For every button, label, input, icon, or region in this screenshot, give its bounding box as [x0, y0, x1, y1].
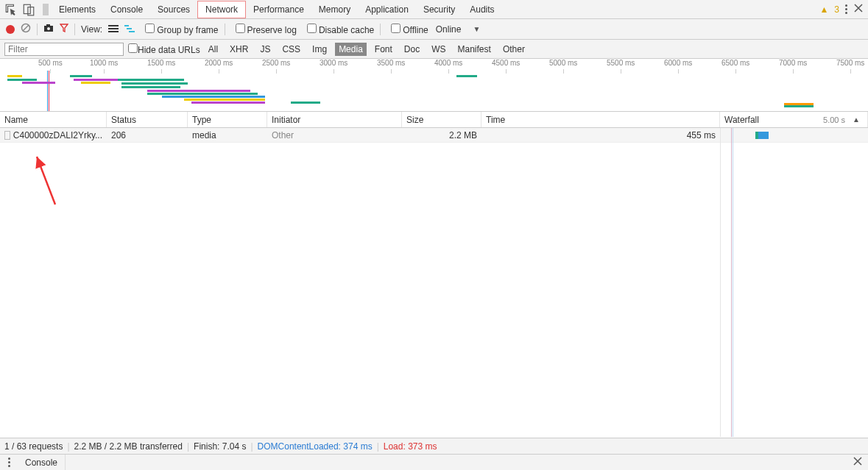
drawer-more-icon[interactable] [0, 457, 18, 467]
record-button[interactable] [6, 25, 15, 34]
col-status[interactable]: Status [107, 112, 188, 127]
separator [74, 24, 75, 35]
tick: 6000 ms [664, 59, 692, 67]
throttling-dropdown-icon[interactable]: ▼ [473, 25, 480, 33]
svg-rect-0 [24, 4, 30, 13]
file-icon [4, 131, 10, 140]
row-type: media [188, 130, 267, 140]
col-size[interactable]: Size [402, 112, 481, 127]
dcl-line [731, 128, 732, 437]
timeline-ticks: 500 ms 1000 ms 1500 ms 2000 ms 2500 ms 3… [0, 59, 868, 71]
throttling-select[interactable]: Online [436, 24, 462, 35]
tab-elements[interactable]: Elements [52, 1, 103, 18]
filter-type-css[interactable]: CSS [278, 43, 304, 56]
disable-cache-checkbox[interactable]: Disable cache [303, 24, 374, 35]
overview-bar [147, 93, 258, 95]
svg-rect-12 [129, 31, 135, 32]
waterfall-column-bg [720, 128, 868, 437]
status-finish: Finish: 7.04 s [194, 441, 246, 452]
overview-bar [7, 75, 22, 77]
separator [43, 4, 49, 15]
tick: 4000 ms [434, 59, 462, 67]
filter-type-js[interactable]: JS [256, 43, 274, 56]
tab-memory[interactable]: Memory [311, 1, 358, 18]
load-marker [49, 71, 49, 111]
tab-sources[interactable]: Sources [150, 1, 197, 18]
filter-type-ws[interactable]: WS [428, 43, 449, 56]
overview-bar [7, 79, 37, 81]
overview-bar [121, 86, 180, 88]
col-initiator[interactable]: Initiator [267, 112, 402, 127]
row-status: 206 [107, 130, 188, 140]
overview-bar [291, 102, 320, 104]
filter-input[interactable] [4, 43, 124, 56]
tab-performance[interactable]: Performance [246, 1, 311, 18]
overview-bar [191, 102, 265, 104]
overview-bar [121, 82, 188, 85]
overview-bar [147, 90, 250, 92]
filter-type-all[interactable]: All [205, 43, 222, 56]
tab-network[interactable]: Network [197, 1, 246, 18]
separator [225, 24, 225, 35]
filter-toggle-icon[interactable] [60, 24, 68, 35]
filter-type-img[interactable]: Img [308, 43, 331, 56]
overview-bar [118, 79, 184, 81]
tick: 4500 ms [492, 59, 520, 67]
tick: 500 ms [38, 59, 63, 67]
filter-type-doc[interactable]: Doc [401, 43, 423, 56]
preserve-log-checkbox[interactable]: Preserve log [231, 24, 297, 35]
large-rows-icon[interactable] [108, 24, 119, 35]
overview-bar [184, 99, 265, 101]
hide-data-urls-checkbox[interactable]: Hide data URLs [128, 43, 200, 55]
tab-security[interactable]: Security [416, 1, 462, 18]
filter-type-manifest[interactable]: Manifest [454, 43, 495, 56]
more-icon[interactable] [845, 4, 847, 14]
drawer-tab-console[interactable]: Console [18, 455, 66, 470]
row-initiator: Other [267, 130, 402, 140]
close-devtools-icon[interactable] [853, 3, 864, 15]
device-toggle-icon[interactable] [22, 3, 35, 16]
svg-rect-8 [108, 28, 119, 29]
waterfall-label: Waterfall [724, 115, 759, 125]
screenshot-icon[interactable] [43, 23, 54, 35]
clear-button[interactable] [21, 23, 31, 35]
status-dcl: DOMContentLoaded: 374 ms [258, 441, 373, 452]
svg-rect-9 [108, 31, 119, 32]
filter-type-media[interactable]: Media [335, 43, 367, 56]
status-requests: 1 / 63 requests [4, 441, 63, 452]
waterfall-view-icon[interactable] [124, 24, 135, 35]
inspect-icon[interactable] [4, 3, 18, 16]
timeline-overview[interactable]: 500 ms 1000 ms 1500 ms 2000 ms 2500 ms 3… [0, 59, 868, 112]
filter-type-other[interactable]: Other [499, 43, 529, 56]
tab-application[interactable]: Application [358, 1, 416, 18]
col-waterfall[interactable]: Waterfall 5.00 s ▲ [720, 112, 868, 127]
tab-console[interactable]: Console [103, 1, 150, 18]
load-line [733, 128, 733, 437]
group-by-frame-checkbox[interactable]: Group by frame [141, 24, 218, 35]
svg-rect-7 [108, 25, 119, 26]
row-size: 2.2 MB [402, 130, 481, 140]
overview-bar [456, 75, 477, 77]
col-name[interactable]: Name [0, 112, 107, 127]
warning-icon[interactable]: ▲ [819, 4, 828, 15]
table-header: Name Status Type Initiator Size Time Wat… [0, 112, 868, 128]
drawer-close-icon[interactable] [853, 457, 862, 468]
tick: 3000 ms [320, 59, 347, 67]
status-transferred: 2.2 MB / 2.2 MB transferred [74, 441, 183, 452]
tab-audits[interactable]: Audits [462, 1, 501, 18]
warning-count: 3 [834, 4, 839, 15]
separator [380, 24, 381, 35]
devtools-tabs: Elements Console Sources Network Perform… [0, 0, 868, 19]
col-type[interactable]: Type [188, 112, 267, 127]
network-toolbar: View: Group by frame Preserve log Disabl… [0, 19, 868, 40]
offline-checkbox[interactable]: Offline [387, 24, 428, 35]
row-time: 455 ms [481, 130, 720, 140]
request-table: Name Status Type Initiator Size Time Wat… [0, 112, 868, 437]
svg-rect-10 [124, 25, 129, 26]
overview-bar [74, 79, 118, 81]
filter-type-font[interactable]: Font [371, 43, 396, 56]
svg-point-6 [47, 27, 50, 30]
sort-asc-icon: ▲ [853, 115, 860, 124]
col-time[interactable]: Time [481, 112, 720, 127]
filter-type-xhr[interactable]: XHR [226, 43, 252, 56]
